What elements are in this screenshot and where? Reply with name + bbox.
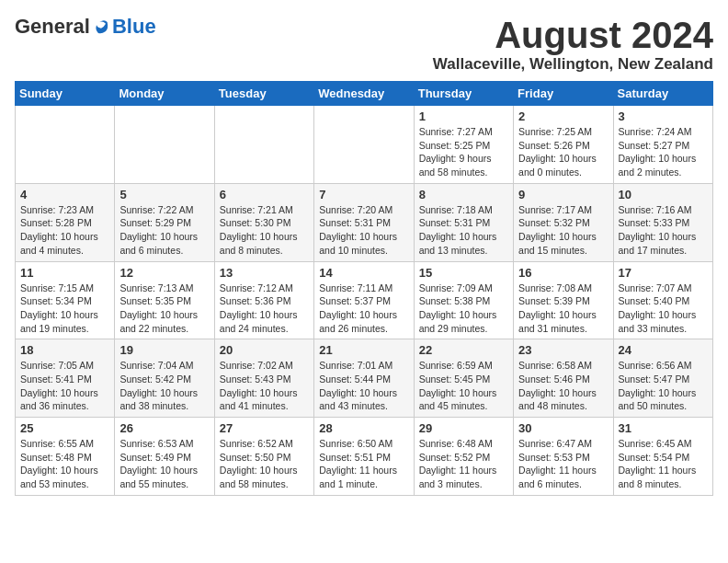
calendar-cell [16, 106, 115, 184]
calendar-cell: 13Sunrise: 7:12 AM Sunset: 5:36 PM Dayli… [214, 261, 313, 339]
day-detail: Sunrise: 7:05 AM Sunset: 5:41 PM Dayligh… [20, 359, 109, 413]
day-detail: Sunrise: 7:13 AM Sunset: 5:35 PM Dayligh… [119, 282, 209, 336]
week-row-5: 25Sunrise: 6:55 AM Sunset: 5:48 PM Dayli… [16, 418, 713, 496]
header-area: General Blue August 2024 Wallaceville, W… [15, 15, 713, 74]
calendar-cell: 30Sunrise: 6:47 AM Sunset: 5:53 PM Dayli… [514, 418, 613, 496]
calendar-cell: 11Sunrise: 7:15 AM Sunset: 5:34 PM Dayli… [16, 261, 115, 339]
day-detail: Sunrise: 7:17 AM Sunset: 5:32 PM Dayligh… [518, 203, 608, 258]
day-number: 6 [220, 188, 309, 201]
calendar-cell: 5Sunrise: 7:22 AM Sunset: 5:29 PM Daylig… [115, 183, 214, 261]
day-detail: Sunrise: 7:18 AM Sunset: 5:31 PM Dayligh… [419, 203, 508, 258]
day-header-saturday: Saturday [613, 82, 712, 106]
day-detail: Sunrise: 7:04 AM Sunset: 5:42 PM Dayligh… [119, 359, 209, 413]
calendar-cell: 14Sunrise: 7:11 AM Sunset: 5:37 PM Dayli… [314, 261, 414, 339]
day-number: 31 [619, 421, 708, 435]
day-detail: Sunrise: 7:25 AM Sunset: 5:26 PM Dayligh… [518, 125, 608, 179]
title-area: August 2024 Wallaceville, Wellington, Ne… [433, 15, 713, 74]
calendar-cell: 12Sunrise: 7:13 AM Sunset: 5:35 PM Dayli… [115, 261, 214, 339]
day-header-tuesday: Tuesday [214, 82, 313, 106]
day-detail: Sunrise: 7:12 AM Sunset: 5:36 PM Dayligh… [220, 282, 309, 336]
calendar-cell: 16Sunrise: 7:08 AM Sunset: 5:39 PM Dayli… [514, 261, 613, 339]
calendar-cell: 8Sunrise: 7:18 AM Sunset: 5:31 PM Daylig… [414, 183, 513, 261]
calendar-cell: 6Sunrise: 7:21 AM Sunset: 5:30 PM Daylig… [214, 183, 313, 261]
day-number: 28 [319, 421, 408, 435]
calendar-cell: 26Sunrise: 6:53 AM Sunset: 5:49 PM Dayli… [115, 418, 214, 496]
day-number: 30 [518, 421, 608, 435]
calendar-cell: 21Sunrise: 7:01 AM Sunset: 5:44 PM Dayli… [314, 339, 414, 418]
calendar-cell: 20Sunrise: 7:02 AM Sunset: 5:43 PM Dayli… [214, 339, 313, 418]
calendar-cell [115, 106, 214, 184]
calendar-cell: 7Sunrise: 7:20 AM Sunset: 5:31 PM Daylig… [314, 183, 414, 261]
calendar-table: SundayMondayTuesdayWednesdayThursdayFrid… [15, 81, 713, 496]
day-header-sunday: Sunday [16, 82, 115, 106]
day-number: 11 [20, 266, 109, 280]
calendar-cell [214, 106, 313, 184]
day-number: 8 [419, 188, 508, 201]
day-detail: Sunrise: 7:02 AM Sunset: 5:43 PM Dayligh… [220, 359, 309, 413]
day-number: 10 [619, 188, 708, 201]
day-detail: Sunrise: 7:22 AM Sunset: 5:29 PM Dayligh… [119, 203, 209, 258]
day-detail: Sunrise: 6:52 AM Sunset: 5:50 PM Dayligh… [220, 437, 309, 491]
calendar-cell: 27Sunrise: 6:52 AM Sunset: 5:50 PM Dayli… [214, 418, 313, 496]
day-detail: Sunrise: 6:48 AM Sunset: 5:52 PM Dayligh… [419, 437, 508, 491]
day-number: 15 [419, 266, 508, 280]
day-detail: Sunrise: 7:23 AM Sunset: 5:28 PM Dayligh… [20, 203, 109, 258]
day-detail: Sunrise: 6:53 AM Sunset: 5:49 PM Dayligh… [119, 437, 209, 491]
day-header-monday: Monday [115, 82, 214, 106]
day-detail: Sunrise: 6:58 AM Sunset: 5:46 PM Dayligh… [518, 359, 608, 413]
calendar-cell: 18Sunrise: 7:05 AM Sunset: 5:41 PM Dayli… [16, 339, 115, 418]
day-number: 17 [619, 266, 708, 280]
day-detail: Sunrise: 6:47 AM Sunset: 5:53 PM Dayligh… [518, 437, 608, 491]
calendar-cell: 19Sunrise: 7:04 AM Sunset: 5:42 PM Dayli… [115, 339, 214, 418]
subtitle: Wallaceville, Wellington, New Zealand [433, 55, 713, 74]
day-detail: Sunrise: 7:20 AM Sunset: 5:31 PM Dayligh… [319, 203, 408, 258]
day-number: 22 [419, 343, 508, 357]
day-number: 19 [119, 343, 209, 357]
calendar-cell [314, 106, 414, 184]
day-header-wednesday: Wednesday [314, 82, 414, 106]
day-number: 4 [20, 188, 109, 201]
calendar-cell: 2Sunrise: 7:25 AM Sunset: 5:26 PM Daylig… [514, 106, 613, 184]
day-detail: Sunrise: 6:45 AM Sunset: 5:54 PM Dayligh… [619, 437, 708, 491]
calendar-cell: 28Sunrise: 6:50 AM Sunset: 5:51 PM Dayli… [314, 418, 414, 496]
main-title: August 2024 [433, 15, 713, 55]
calendar-cell: 22Sunrise: 6:59 AM Sunset: 5:45 PM Dayli… [414, 339, 513, 418]
day-number: 16 [518, 266, 608, 280]
day-detail: Sunrise: 6:55 AM Sunset: 5:48 PM Dayligh… [20, 437, 109, 491]
day-detail: Sunrise: 6:59 AM Sunset: 5:45 PM Dayligh… [419, 359, 508, 413]
day-number: 23 [518, 343, 608, 357]
day-header-thursday: Thursday [414, 82, 513, 106]
day-number: 27 [220, 421, 309, 435]
calendar-cell: 1Sunrise: 7:27 AM Sunset: 5:25 PM Daylig… [414, 106, 513, 184]
day-number: 12 [119, 266, 209, 280]
day-detail: Sunrise: 6:56 AM Sunset: 5:47 PM Dayligh… [619, 359, 708, 413]
day-detail: Sunrise: 7:09 AM Sunset: 5:38 PM Dayligh… [419, 282, 508, 336]
calendar-cell: 4Sunrise: 7:23 AM Sunset: 5:28 PM Daylig… [16, 183, 115, 261]
day-number: 13 [220, 266, 309, 280]
day-number: 29 [419, 421, 508, 435]
day-detail: Sunrise: 7:15 AM Sunset: 5:34 PM Dayligh… [20, 282, 109, 336]
day-number: 20 [220, 343, 309, 357]
calendar-cell: 15Sunrise: 7:09 AM Sunset: 5:38 PM Dayli… [414, 261, 513, 339]
day-number: 2 [518, 109, 608, 123]
calendar-cell: 9Sunrise: 7:17 AM Sunset: 5:32 PM Daylig… [514, 183, 613, 261]
calendar-cell: 10Sunrise: 7:16 AM Sunset: 5:33 PM Dayli… [613, 183, 712, 261]
calendar-cell: 25Sunrise: 6:55 AM Sunset: 5:48 PM Dayli… [16, 418, 115, 496]
day-number: 3 [619, 109, 708, 123]
week-row-4: 18Sunrise: 7:05 AM Sunset: 5:41 PM Dayli… [16, 339, 713, 418]
day-number: 9 [518, 188, 608, 201]
logo: General Blue [15, 15, 156, 39]
day-detail: Sunrise: 7:16 AM Sunset: 5:33 PM Dayligh… [619, 203, 708, 258]
day-number: 1 [419, 109, 508, 123]
day-detail: Sunrise: 7:24 AM Sunset: 5:27 PM Dayligh… [619, 125, 708, 179]
calendar-cell: 31Sunrise: 6:45 AM Sunset: 5:54 PM Dayli… [613, 418, 712, 496]
week-row-1: 1Sunrise: 7:27 AM Sunset: 5:25 PM Daylig… [16, 106, 713, 184]
calendar-cell: 3Sunrise: 7:24 AM Sunset: 5:27 PM Daylig… [613, 106, 712, 184]
header-row: SundayMondayTuesdayWednesdayThursdayFrid… [16, 82, 713, 106]
day-number: 18 [20, 343, 109, 357]
day-detail: Sunrise: 7:11 AM Sunset: 5:37 PM Dayligh… [319, 282, 408, 336]
calendar-cell: 29Sunrise: 6:48 AM Sunset: 5:52 PM Dayli… [414, 418, 513, 496]
day-detail: Sunrise: 7:21 AM Sunset: 5:30 PM Dayligh… [220, 203, 309, 258]
day-number: 5 [119, 188, 209, 201]
week-row-2: 4Sunrise: 7:23 AM Sunset: 5:28 PM Daylig… [16, 183, 713, 261]
